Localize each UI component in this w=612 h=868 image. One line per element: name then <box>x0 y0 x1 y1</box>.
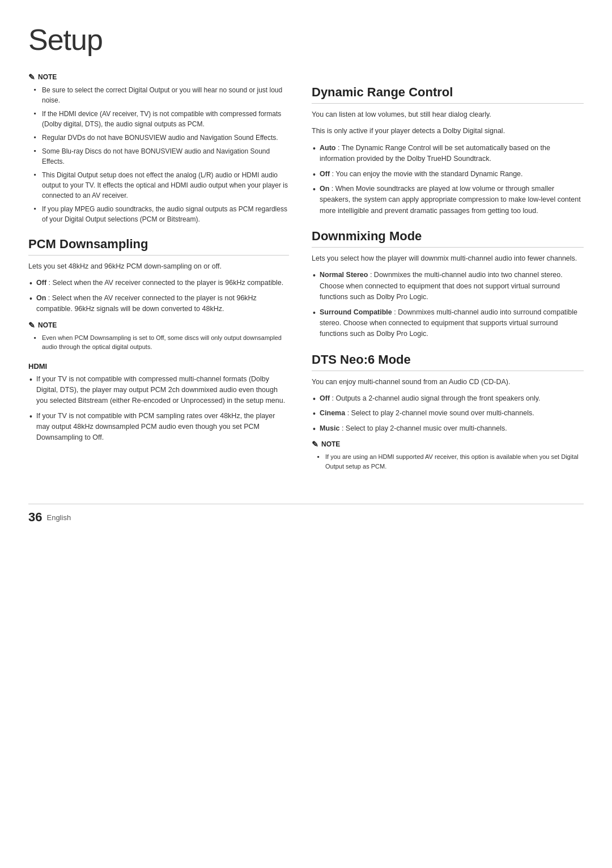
dts-neo-desc: You can enjoy multi-channel sound from a… <box>312 377 584 388</box>
dts-note-list: If you are using an HDMI supported AV re… <box>312 452 584 471</box>
list-item: If you play MPEG audio soundtracks, the … <box>34 204 289 224</box>
hdmi-bullet-list: If your TV is not compatible with compre… <box>28 374 289 444</box>
list-item: This Digital Output setup does not effec… <box>34 170 289 201</box>
downmixing-heading: Downmixing Mode <box>312 229 584 248</box>
footer-language: English <box>46 513 71 522</box>
dts-neo-bullet-list: Off : Outputs a 2-channel audio signal t… <box>312 393 584 434</box>
pencil-icon: ✎ <box>312 440 318 449</box>
list-item: If you are using an HDMI supported AV re… <box>317 452 584 471</box>
pcm-desc: Lets you set 48kHz and 96kHz PCM down-sa… <box>28 261 289 272</box>
left-column: ✎ NOTE Be sure to select the correct Dig… <box>28 73 289 481</box>
list-item: Auto : The Dynamic Range Control will be… <box>312 143 584 165</box>
footer-page-number: 36 <box>28 510 42 525</box>
pcm-note-label: ✎ NOTE <box>28 321 289 330</box>
dts-note-label: ✎ NOTE <box>312 440 584 449</box>
list-item: Off : Select when the AV receiver connec… <box>28 278 289 288</box>
list-item: Regular DVDs do not have BONUSVIEW audio… <box>34 133 289 143</box>
dynamic-range-heading: Dynamic Range Control <box>312 85 584 104</box>
downmixing-section: Downmixing Mode Lets you select how the … <box>312 229 584 340</box>
list-item: Be sure to select the correct Digital Ou… <box>34 85 289 105</box>
right-column: Dynamic Range Control You can listen at … <box>312 73 584 481</box>
page-title: Setup <box>28 23 584 57</box>
pcm-note-list: Even when PCM Downsampling is set to Off… <box>28 333 289 352</box>
pcm-section: PCM Downsampling Lets you set 48kHz and … <box>28 237 289 444</box>
pcm-bullet-list: Off : Select when the AV receiver connec… <box>28 278 289 314</box>
list-item: Off : Outputs a 2-channel audio signal t… <box>312 393 584 404</box>
pcm-note-block: ✎ NOTE Even when PCM Downsampling is set… <box>28 321 289 352</box>
top-note-list: Be sure to select the correct Digital Ou… <box>28 85 289 224</box>
dynamic-range-desc1: You can listen at low volumes, but still… <box>312 109 584 120</box>
footer: 36 English <box>28 504 584 525</box>
pencil-icon: ✎ <box>28 73 35 82</box>
list-item: If the HDMI device (AV receiver, TV) is … <box>34 109 289 129</box>
list-item: Music : Select to play 2-channel music o… <box>312 423 584 434</box>
dts-note-block: ✎ NOTE If you are using an HDMI supporte… <box>312 440 584 471</box>
top-note-block: ✎ NOTE Be sure to select the correct Dig… <box>28 73 289 224</box>
dynamic-range-desc2: This is only active if your player detec… <box>312 126 584 137</box>
hdmi-subsection: HDMI If your TV is not compatible with c… <box>28 362 289 444</box>
list-item: On : Select when the AV receiver connect… <box>28 293 289 315</box>
list-item: If your TV is not compatible with PCM sa… <box>28 411 289 444</box>
list-item: Normal Stereo : Downmixes the multi-chan… <box>312 270 584 303</box>
list-item: On : When Movie soundtracks are played a… <box>312 184 584 216</box>
list-item: Even when PCM Downsampling is set to Off… <box>34 333 289 352</box>
hdmi-heading: HDMI <box>28 362 289 371</box>
dynamic-range-bullet-list: Auto : The Dynamic Range Control will be… <box>312 143 584 216</box>
top-note-label: ✎ NOTE <box>28 73 289 82</box>
downmixing-desc: Lets you select how the player will down… <box>312 253 584 264</box>
list-item: Cinema : Select to play 2-channel movie … <box>312 408 584 419</box>
dts-neo-section: DTS Neo:6 Mode You can enjoy multi-chann… <box>312 352 584 471</box>
list-item: If your TV is not compatible with compre… <box>28 374 289 407</box>
pencil-icon: ✎ <box>28 321 35 330</box>
dynamic-range-section: Dynamic Range Control You can listen at … <box>312 85 584 216</box>
dts-neo-heading: DTS Neo:6 Mode <box>312 352 584 371</box>
list-item: Some Blu-ray Discs do not have BONUSVIEW… <box>34 146 289 167</box>
list-item: Off : You can enjoy the movie with the s… <box>312 169 584 180</box>
downmixing-bullet-list: Normal Stereo : Downmixes the multi-chan… <box>312 270 584 339</box>
pcm-heading: PCM Downsampling <box>28 237 289 256</box>
list-item: Surround Compatible : Downmixes multi-ch… <box>312 307 584 340</box>
